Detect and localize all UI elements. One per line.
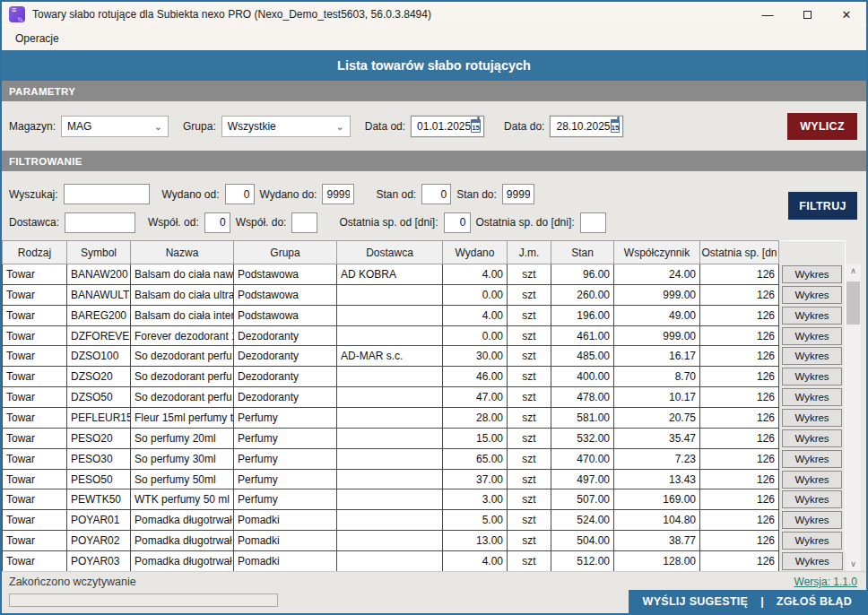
wykres-button[interactable]: Wykres xyxy=(782,532,842,550)
footer-action-bar: WYŚLIJ SUGESTIĘ | ZGŁOŚ BŁĄD xyxy=(629,590,866,613)
cell-dostawca xyxy=(337,510,443,531)
cell-rodzaj: Towar xyxy=(3,428,67,448)
cell-jm: szt xyxy=(508,367,551,387)
wykres-button[interactable]: Wykres xyxy=(782,286,842,304)
wykres-button[interactable]: Wykres xyxy=(782,490,842,508)
cell-dostawca xyxy=(337,367,443,387)
col-jm[interactable]: J.m. xyxy=(508,241,551,264)
products-table: Rodzaj Symbol Nazwa Grupa Dostawca Wydan… xyxy=(2,240,846,572)
wykres-button[interactable]: Wykres xyxy=(782,409,842,427)
table-row[interactable]: Towar PEWTK50 WTK perfumy 50 ml Perfumy … xyxy=(3,489,846,510)
table-row[interactable]: Towar PESO30 So perfumy 30ml Perfumy 65.… xyxy=(3,448,846,469)
col-grupa[interactable]: Grupa xyxy=(234,241,337,264)
table-row[interactable]: Towar POYAR02 Pomadka długotrwał Pomadki… xyxy=(3,531,846,551)
ostatnia-do-input[interactable] xyxy=(580,212,606,233)
cell-jm: szt xyxy=(508,325,551,346)
cell-jm: szt xyxy=(508,305,551,325)
filters-panel: Wyszukaj: Wydano od: Wydano do: Stan od:… xyxy=(2,171,866,240)
table-row[interactable]: Towar BAREG200 Balsam do ciała inter Pod… xyxy=(3,305,846,325)
col-rodzaj[interactable]: Rodzaj xyxy=(3,241,67,264)
cell-rodzaj: Towar xyxy=(3,551,67,572)
send-suggestion-button[interactable]: WYŚLIJ SUGESTIĘ xyxy=(643,595,749,608)
cell-rodzaj: Towar xyxy=(3,367,67,387)
col-dostawca[interactable]: Dostawca xyxy=(337,241,443,264)
wykres-button[interactable]: Wykres xyxy=(782,450,842,468)
stan-do-input[interactable] xyxy=(502,184,534,204)
cell-ostatnia: 126 xyxy=(700,325,779,346)
table-row[interactable]: Towar POYAR03 Pomadka długotrwał Pomadki… xyxy=(3,551,846,572)
wykres-button[interactable]: Wykres xyxy=(782,388,842,406)
table-row[interactable]: Towar BANAWULTI Balsam do ciała ultra Po… xyxy=(3,284,846,305)
cell-jm: szt xyxy=(508,346,551,367)
wykres-button[interactable]: Wykres xyxy=(782,511,842,529)
maximize-icon[interactable] xyxy=(787,2,827,27)
data-do-input[interactable]: 28.10.2025 15 xyxy=(550,116,623,137)
version-link[interactable]: Wersja: 1.1.0 xyxy=(794,576,857,588)
wykres-button[interactable]: Wykres xyxy=(782,347,842,365)
col-stan[interactable]: Stan xyxy=(551,241,614,264)
col-wydano[interactable]: Wydano xyxy=(443,241,508,264)
cell-grupa: Perfumy xyxy=(234,489,337,510)
cell-nazwa: Forever dezodorant 1 xyxy=(131,325,234,346)
wylicz-button[interactable]: WYLICZ xyxy=(787,113,857,140)
table-row[interactable]: Towar DZSO20 So dezodorant perfu Dezodor… xyxy=(3,367,846,387)
parameters-row: Magazyn: MAG ⌄ Grupa: Wszystkie ⌄ Data o… xyxy=(2,101,866,151)
table-row[interactable]: Towar DZSO50 So dezodorant perfu Dezodor… xyxy=(3,387,846,408)
scroll-down-icon[interactable]: ∨ xyxy=(850,557,856,571)
wykres-button[interactable]: Wykres xyxy=(782,265,842,283)
data-do-value: 28.10.2025 xyxy=(556,120,610,133)
table-row[interactable]: Towar DZSO100 So dezodorant perfu Dezodo… xyxy=(3,346,846,367)
table-row[interactable]: Towar DZFOREVER Forever dezodorant 1 Dez… xyxy=(3,325,846,346)
table-row[interactable]: Towar PESO20 So perfumy 20ml Perfumy 15.… xyxy=(3,428,846,448)
wykres-button[interactable]: Wykres xyxy=(782,471,842,489)
cell-stan: 400.00 xyxy=(551,367,614,387)
table-row[interactable]: Towar PEFLEUR15 Fleur 15ml perfumy t Per… xyxy=(3,408,846,429)
dostawca-input[interactable] xyxy=(65,212,135,233)
report-bug-button[interactable]: ZGŁOŚ BŁĄD xyxy=(777,595,852,608)
cell-wspolczynnik: 104.80 xyxy=(614,510,700,531)
col-nazwa[interactable]: Nazwa xyxy=(131,241,234,264)
cell-wspolczynnik: 13.43 xyxy=(614,469,700,489)
close-icon[interactable]: ✕ xyxy=(827,2,866,27)
cell-ostatnia: 126 xyxy=(700,489,779,510)
wykres-button[interactable]: Wykres xyxy=(782,368,842,385)
grupa-select[interactable]: Wszystkie ⌄ xyxy=(221,116,351,137)
col-ostatnia[interactable]: Ostatnia sp. [dn xyxy=(700,241,779,264)
stan-od-label: Stan od: xyxy=(376,188,416,201)
cell-dostawca xyxy=(337,387,443,408)
menu-item-operacje[interactable]: Operacje xyxy=(9,30,65,48)
table-row[interactable]: Towar PESO50 So perfumy 50ml Perfumy 37.… xyxy=(3,469,846,489)
calendar-icon[interactable]: 15 xyxy=(471,119,481,133)
col-symbol[interactable]: Symbol xyxy=(67,241,131,264)
wydano-do-input[interactable] xyxy=(322,184,354,204)
wyszukaj-input[interactable] xyxy=(64,184,150,204)
cell-wspolczynnik: 16.17 xyxy=(614,346,700,367)
wykres-button[interactable]: Wykres xyxy=(782,552,843,570)
table-row[interactable]: Towar BANAW200 Balsam do ciała nawi Pods… xyxy=(3,264,846,285)
ostatnia-od-input[interactable] xyxy=(444,212,471,233)
stan-od-input[interactable] xyxy=(421,184,451,204)
data-od-input[interactable]: 01.01.2025 15 xyxy=(411,116,484,137)
grupa-label: Grupa: xyxy=(183,120,216,133)
cell-stan: 196.00 xyxy=(551,305,614,325)
col-wspolczynnik[interactable]: Współczynnik xyxy=(614,241,700,264)
cell-wydano: 4.00 xyxy=(443,551,508,572)
cell-grupa: Dezodoranty xyxy=(234,325,337,346)
filtruj-button[interactable]: FILTRUJ xyxy=(788,192,857,220)
window-controls: — ✕ xyxy=(748,2,866,27)
vertical-scrollbar[interactable]: ∧ ∨ xyxy=(846,264,861,571)
calendar-icon[interactable]: 15 xyxy=(611,119,621,133)
wykres-button[interactable]: Wykres xyxy=(782,327,842,345)
wspol-od-input[interactable] xyxy=(204,212,230,233)
table-row[interactable]: Towar POYAR01 Pomadka długotrwał Pomadki… xyxy=(3,510,846,531)
cell-ostatnia: 126 xyxy=(700,346,779,367)
cell-grupa: Dezodoranty xyxy=(234,387,337,408)
wykres-button[interactable]: Wykres xyxy=(782,429,842,447)
wykres-button[interactable]: Wykres xyxy=(782,307,842,325)
scrollbar-thumb[interactable] xyxy=(846,282,860,325)
wspol-do-input[interactable] xyxy=(291,212,317,233)
wydano-od-input[interactable] xyxy=(225,184,255,204)
scroll-up-icon[interactable]: ∧ xyxy=(850,264,856,278)
minimize-icon[interactable]: — xyxy=(748,2,787,27)
magazyn-select[interactable]: MAG ⌄ xyxy=(61,116,169,137)
